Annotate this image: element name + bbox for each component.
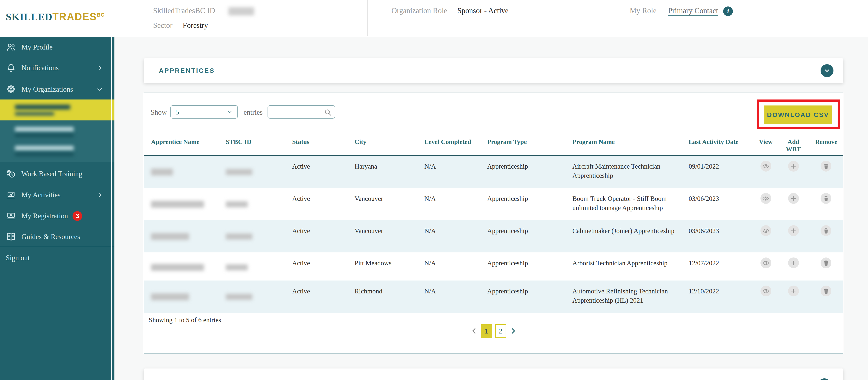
table-body: Active Haryana N/A Apprenticeship Aircra… [144,156,843,313]
entries-label: entries [244,108,263,117]
logo-skilled: SKILLED [6,11,53,23]
sector-label: Sector [153,21,173,29]
sidebar-item-notifications[interactable]: Notifications [0,61,115,75]
remove-button[interactable] [820,286,831,296]
city-cell: Pitt Meadows [354,253,424,281]
page-size-select[interactable]: 5 [170,105,238,119]
page-button-2[interactable]: 2 [495,324,506,338]
eye-icon [762,195,769,202]
sidebar-item-label: My Registration [22,212,68,220]
remove-button[interactable] [820,258,831,268]
sidebar-item-label: My Activities [22,191,61,199]
skilledtradesbc-logo[interactable]: SKILLEDTRADESBC [6,11,104,23]
organization-item-redacted[interactable] [15,127,74,131]
add-wbt-button[interactable] [788,161,799,172]
apprentices-table-card: Show 5 entries DOWNLOAD CSV Apprentice N… [144,93,843,354]
chevron-down-icon [227,109,233,115]
add-wbt-button[interactable] [788,225,799,236]
my-role-link[interactable]: Primary Contact [668,6,718,16]
last-activity-date-cell: 03/06/2023 [689,188,754,220]
program-type-cell: Apprenticeship [487,156,572,188]
sidebar-item-organization-selected[interactable] [0,99,115,120]
eye-icon [762,163,769,170]
column-header-add-wbt: Add WBT [777,136,809,153]
column-header-status: Status [292,136,354,153]
sidebar-item-label: Sign out [6,254,30,262]
chevron-right-icon [96,192,103,198]
table-row: Active Vancouver N/A Apprenticeship Cabi… [144,220,843,253]
logo-trades: TRADES [53,11,97,22]
eye-icon [762,227,769,234]
program-name-cell: Boom Truck Operator - Stiff Boom unlimit… [572,188,689,220]
chevron-down-icon [96,86,103,93]
organization-item-redacted[interactable] [15,146,74,150]
collapse-panel-button[interactable] [820,64,834,77]
sidebar-item-my-profile[interactable]: My Profile [0,40,115,54]
bell-icon [6,63,17,73]
table-row: Active Pitt Meadows N/A Apprenticeship A… [144,253,843,281]
sidebar-item-label: Notifications [22,64,59,72]
my-role-field: My Role Primary Contact i [630,6,733,16]
sidebar-item-label: Work Based Training [22,170,82,178]
sidebar-nav: My Profile Notifications My Organization… [0,37,115,380]
view-button[interactable] [761,258,771,268]
sector-value: Forestry [183,21,208,29]
download-csv-button[interactable]: DOWNLOAD CSV [765,106,832,124]
sidebar-divider [0,247,115,247]
sidebar-item-work-based-training[interactable]: Work Based Training [0,167,115,181]
view-button[interactable] [761,225,771,236]
column-header-view: View [754,136,777,153]
apprentice-name-redacted [151,281,226,313]
stbc-id-label: SkilledTradesBC ID [153,6,215,15]
program-name-cell: Arborist Technician Apprenticeship [572,253,689,281]
status-cell: Active [292,253,354,281]
plus-icon [790,163,797,170]
eye-icon [762,288,769,295]
last-activity-date-cell: 12/07/2022 [689,253,754,281]
table-row: Active Vancouver N/A Apprenticeship Boom… [144,188,843,220]
info-icon[interactable]: i [723,6,733,16]
add-wbt-button[interactable] [788,286,799,296]
organization-role-field: Organization Role Sponsor - Active [392,6,508,15]
table-row: Active Richmond N/A Apprenticeship Autom… [144,281,843,313]
view-button[interactable] [761,161,771,172]
city-cell: Vancouver [354,188,424,220]
city-cell: Richmond [354,281,424,313]
sidebar-scrollbar[interactable] [111,37,112,380]
next-page-icon[interactable] [509,327,517,335]
remove-button[interactable] [820,193,831,204]
page-size-value: 5 [176,108,179,116]
stbc-id-redacted [226,281,292,313]
chevron-down-icon [824,67,831,74]
expand-panel-button[interactable] [818,378,831,380]
column-header-remove: Remove [809,136,843,153]
status-cell: Active [292,188,354,220]
program-name-cell: Cabinetmaker (Joiner) Apprenticeship [572,220,689,253]
add-wbt-button[interactable] [788,258,799,268]
collapsed-panel [144,369,843,380]
guides-book-icon [6,231,17,242]
last-activity-date-cell: 09/01/2022 [689,156,754,188]
status-cell: Active [292,220,354,253]
column-header-program-name: Program Name [572,136,689,153]
remove-button[interactable] [820,225,831,236]
organizations-icon [6,84,17,95]
sidebar-item-my-organizations[interactable]: My Organizations [0,83,115,96]
apprentice-name-redacted [151,220,226,253]
add-wbt-button[interactable] [788,193,799,204]
view-button[interactable] [761,286,771,296]
sidebar-item-label: Guides & Resources [22,233,80,241]
view-button[interactable] [761,193,771,204]
sidebar-item-my-activities[interactable]: My Activities [0,188,115,202]
sidebar-item-sign-out[interactable]: Sign out [0,251,115,265]
logo-bc: BC [97,12,105,18]
sidebar-item-guides-resources[interactable]: Guides & Resources [0,230,115,244]
stbc-id-redacted [226,253,292,281]
page-button-1[interactable]: 1 [481,324,492,338]
sidebar-item-my-registration[interactable]: My Registration 3 [0,209,115,223]
previous-page-icon[interactable] [470,327,478,335]
organization-item-redacted [15,153,74,156]
trash-icon [823,195,829,202]
remove-button[interactable] [820,161,831,172]
search-input[interactable] [272,107,323,117]
